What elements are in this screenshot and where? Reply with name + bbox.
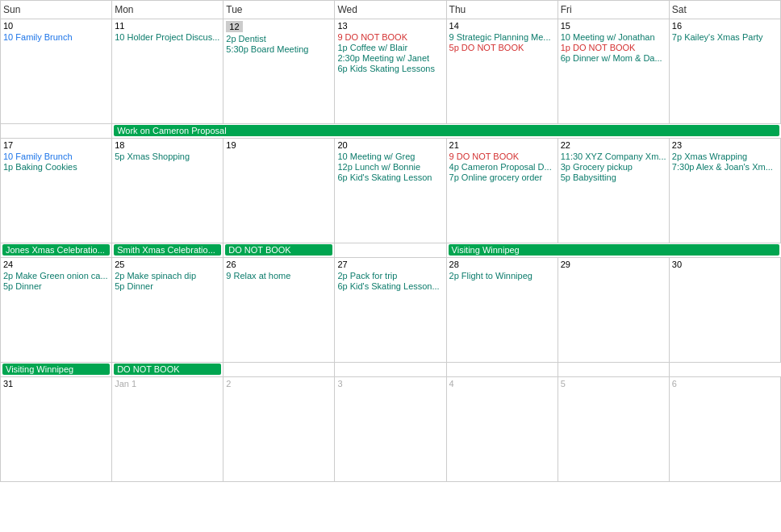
day-header: Tue (223, 1, 335, 19)
event[interactable]: 10 Meeting w/ Jonathan (561, 32, 666, 42)
span-event[interactable]: Visiting Winnipeg (449, 244, 779, 256)
event[interactable]: 1p DO NOT BOOK (561, 43, 666, 52)
event[interactable]: 6p Kid's Skating Lesson... (337, 281, 443, 291)
day-cell[interactable]: 31 (1, 377, 112, 482)
span-event[interactable]: Work on Cameron Proposal (114, 125, 779, 136)
event[interactable]: 2p Dentist (226, 34, 332, 44)
calendar-table: SunMonTueWedThuFriSat 1010 Family Brunch… (0, 0, 781, 482)
day-cell[interactable]: 122p Dentist5:30p Board Meeting (223, 19, 335, 124)
day-number: 31 (3, 379, 109, 389)
event[interactable]: 12p Lunch w/ Bonnie (337, 162, 443, 172)
day-number: 24 (3, 260, 109, 269)
event[interactable]: 2p Pack for trip (337, 271, 443, 281)
week-row: 31Jan 123456 (1, 377, 781, 482)
day-number: 18 (115, 140, 220, 150)
day-cell[interactable]: 4 (446, 377, 558, 482)
day-cell[interactable]: 1510 Meeting w/ Jonathan1p DO NOT BOOK6p… (558, 19, 669, 124)
event[interactable]: 9 Relax at home (226, 271, 332, 281)
day-header: Thu (446, 1, 558, 19)
event[interactable]: 9 DO NOT BOOK (337, 32, 443, 42)
event[interactable]: 9 DO NOT BOOK (449, 152, 555, 161)
span-event[interactable]: Jones Xmas Celebratio... (2, 244, 110, 256)
event[interactable]: 6p Kid's Skating Lesson (337, 172, 443, 182)
event[interactable]: 2p Flight to Winnipeg (449, 271, 555, 281)
day-number: 4 (449, 379, 555, 389)
day-header: Sun (1, 1, 112, 19)
week-row: 1710 Family Brunch1p Baking Cookies185p … (1, 139, 781, 243)
event[interactable]: 6p Kids Skating Lessons (337, 64, 443, 73)
event[interactable]: 5p Babysitting (561, 172, 666, 182)
day-number: 27 (337, 260, 443, 269)
event[interactable]: 6p Dinner w/ Mom & Da... (561, 53, 666, 63)
event[interactable]: 10 Meeting w/ Greg (337, 152, 443, 161)
event[interactable]: 3p Grocery pickup (561, 162, 666, 172)
empty-span-cell (335, 363, 446, 377)
event[interactable]: 5p Xmas Shopping (115, 152, 220, 161)
day-cell[interactable]: 1110 Holder Project Discus... (112, 19, 223, 124)
day-cell[interactable]: 2010 Meeting w/ Greg12p Lunch w/ Bonnie6… (335, 139, 446, 243)
day-cell[interactable]: 1710 Family Brunch1p Baking Cookies (1, 139, 112, 243)
day-number: 21 (449, 140, 555, 150)
day-number: 22 (561, 140, 666, 150)
week-row: 1010 Family Brunch1110 Holder Project Di… (1, 19, 781, 124)
event[interactable]: 2p Make spinach dip (115, 271, 220, 281)
day-cell[interactable]: 19 (223, 139, 335, 243)
span-event[interactable]: Smith Xmas Celebratio... (114, 244, 221, 256)
event[interactable]: 7:30p Alex & Joan's Xm... (672, 162, 778, 172)
day-cell[interactable]: 185p Xmas Shopping (112, 139, 223, 243)
day-cell[interactable]: 282p Flight to Winnipeg (446, 258, 558, 363)
day-number: Jan 1 (115, 379, 220, 389)
event[interactable]: 2p Make Green onion ca... (3, 271, 109, 281)
day-number: 5 (561, 379, 666, 389)
event[interactable]: 5:30p Board Meeting (226, 44, 332, 54)
day-number: 29 (561, 260, 666, 269)
event[interactable]: 10 Family Brunch (3, 152, 109, 161)
day-cell[interactable]: 149 Strategic Planning Me...5p DO NOT BO… (446, 19, 558, 124)
day-cell[interactable]: 269 Relax at home (223, 258, 335, 363)
event[interactable]: 7p Online grocery order (449, 172, 555, 182)
empty-span-cell (669, 363, 780, 377)
span-event[interactable]: DO NOT BOOK (114, 364, 221, 375)
event[interactable]: 10 Family Brunch (3, 32, 109, 42)
day-header: Fri (558, 1, 669, 19)
day-cell[interactable]: 30 (669, 258, 780, 363)
event[interactable]: 11:30 XYZ Company Xm... (561, 152, 666, 161)
day-cell[interactable]: 139 DO NOT BOOK1p Coffee w/ Blair2:30p M… (335, 19, 446, 124)
day-number: 13 (337, 21, 443, 31)
empty-span-cell (335, 243, 446, 258)
day-cell[interactable]: 3 (335, 377, 446, 482)
day-cell[interactable]: 2211:30 XYZ Company Xm...3p Grocery pick… (558, 139, 669, 243)
day-cell[interactable]: 5 (558, 377, 669, 482)
day-number: 12 (226, 21, 242, 32)
day-cell[interactable]: 1010 Family Brunch (1, 19, 112, 124)
day-number: 2 (226, 379, 332, 389)
day-cell[interactable]: 167p Kailey's Xmas Party (669, 19, 780, 124)
event[interactable]: 1p Baking Cookies (3, 162, 109, 172)
day-cell[interactable]: Jan 1 (112, 377, 223, 482)
day-number: 6 (672, 379, 778, 389)
day-cell[interactable]: 2 (223, 377, 335, 482)
day-cell[interactable]: 242p Make Green onion ca...5p Dinner (1, 258, 112, 363)
day-number: 26 (226, 260, 332, 269)
day-cell[interactable]: 272p Pack for trip6p Kid's Skating Lesso… (335, 258, 446, 363)
day-cell[interactable]: 219 DO NOT BOOK4p Cameron Proposal D...7… (446, 139, 558, 243)
day-cell[interactable]: 6 (669, 377, 780, 482)
event[interactable]: 7p Kailey's Xmas Party (672, 32, 778, 42)
day-cell[interactable]: 232p Xmas Wrapping7:30p Alex & Joan's Xm… (669, 139, 780, 243)
event[interactable]: 5p Dinner (3, 281, 109, 291)
day-cell[interactable]: 252p Make spinach dip5p Dinner (112, 258, 223, 363)
span-event[interactable]: DO NOT BOOK (225, 244, 332, 256)
event[interactable]: 9 Strategic Planning Me... (449, 32, 555, 42)
span-event[interactable]: Visiting Winnipeg (2, 364, 110, 375)
event[interactable]: 1p Coffee w/ Blair (337, 43, 443, 52)
event[interactable]: 5p Dinner (115, 281, 220, 291)
event[interactable]: 2p Xmas Wrapping (672, 152, 778, 161)
empty-span-cell (558, 363, 669, 377)
day-cell[interactable]: 29 (558, 258, 669, 363)
event[interactable]: 10 Holder Project Discus... (115, 32, 220, 42)
event[interactable]: 2:30p Meeting w/ Janet (337, 53, 443, 63)
day-number: 14 (449, 21, 555, 31)
day-number: 17 (3, 140, 109, 150)
event[interactable]: 4p Cameron Proposal D... (449, 162, 555, 172)
event[interactable]: 5p DO NOT BOOK (449, 43, 555, 52)
